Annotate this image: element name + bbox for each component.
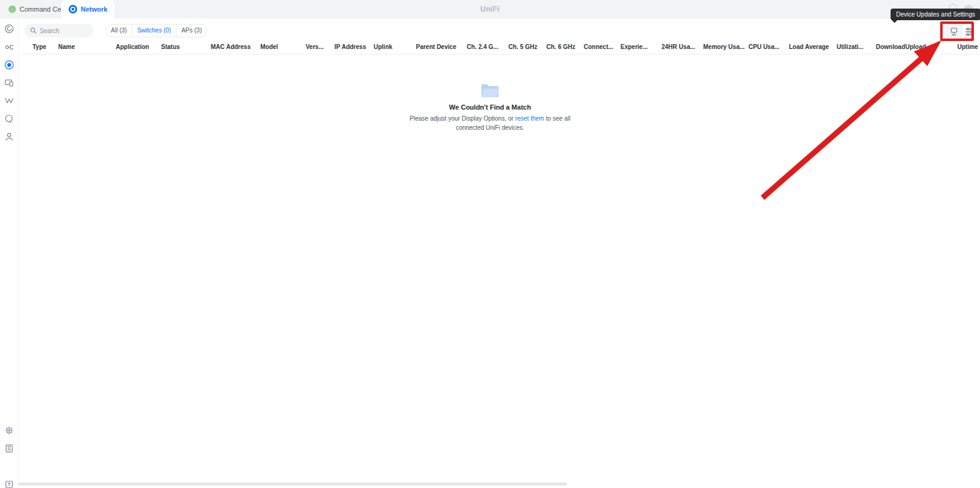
reset-them-link[interactable]: reset them xyxy=(515,115,544,122)
network-tab-label: Network xyxy=(81,6,107,13)
empty-state-title: We Couldn't Find a Match xyxy=(0,103,980,111)
command-center-icon xyxy=(9,6,16,13)
device-updates-settings-button[interactable] xyxy=(944,23,963,40)
filter-tab-aps-3[interactable]: APs (3) xyxy=(176,24,206,37)
filter-tab-all-3[interactable]: All (3) xyxy=(106,24,132,37)
topbar: Command Center Network UniFi xyxy=(0,0,980,18)
column-header-type[interactable]: Type xyxy=(32,43,47,50)
column-header-ch-2-4-g[interactable]: Ch. 2.4 G... xyxy=(467,43,499,50)
sidebar-item-dashboard[interactable] xyxy=(4,24,14,34)
column-header-uptime[interactable]: Uptime xyxy=(957,43,978,50)
annotation-arrow xyxy=(0,0,980,488)
sidebar-item-unifi-devices[interactable] xyxy=(4,60,14,70)
sidebar-item-topology[interactable] xyxy=(4,42,14,52)
column-header-ch-6-ghz[interactable]: Ch. 6 GHz xyxy=(546,43,575,50)
sidebar-item-insights[interactable] xyxy=(4,96,14,105)
column-header-load-average[interactable]: Load Average xyxy=(789,43,829,50)
filter-tabs: All (3)Switches (0)APs (3) xyxy=(105,24,207,37)
column-header-memory-usa[interactable]: Memory Usa... xyxy=(703,43,745,50)
column-header-download[interactable]: Download xyxy=(876,43,905,50)
search-icon xyxy=(30,27,37,34)
column-header-model[interactable]: Model xyxy=(260,43,278,50)
column-header-parent-device[interactable]: Parent Device xyxy=(416,43,456,50)
sidebar-item-toolbox[interactable] xyxy=(4,479,14,488)
horizontal-scrollbar[interactable] xyxy=(18,482,567,486)
column-header-utilizati[interactable]: Utilizati... xyxy=(837,43,864,50)
sidebar-item-admins[interactable] xyxy=(4,132,14,141)
column-header-cpu-usa[interactable]: CPU Usa... xyxy=(748,43,780,50)
column-header-ch-5-ghz[interactable]: Ch. 5 GHz xyxy=(508,43,537,50)
empty-folder-icon xyxy=(480,83,500,98)
column-header-name[interactable]: Name xyxy=(58,43,75,50)
column-header-status[interactable]: Status xyxy=(161,43,180,50)
sidebar-item-clients[interactable] xyxy=(4,78,14,88)
empty-text-after: to see all xyxy=(544,115,570,122)
sidebar xyxy=(0,18,18,488)
column-header-connect[interactable]: Connect... xyxy=(584,43,613,50)
network-app-icon xyxy=(69,5,77,13)
device-updates-icon xyxy=(949,27,959,36)
page-title: UniFi xyxy=(0,0,980,18)
column-header-24hr-usa[interactable]: 24HR Usa... xyxy=(662,43,695,50)
sidebar-item-settings[interactable] xyxy=(4,426,14,435)
empty-state: We Couldn't Find a Match Please adjust y… xyxy=(0,83,980,132)
column-header-application[interactable]: Application xyxy=(116,43,149,50)
network-tab[interactable]: Network xyxy=(61,0,115,18)
column-header-experie[interactable]: Experie... xyxy=(620,43,647,50)
unifi-app-window: Command Center Network UniFi xyxy=(0,0,980,488)
search-input[interactable] xyxy=(40,28,88,34)
filter-tab-switches-0[interactable]: Switches (0) xyxy=(132,24,176,37)
sidebar-item-hotspot[interactable] xyxy=(4,114,14,124)
column-header-upload[interactable]: Upload xyxy=(905,43,926,50)
column-header-mac-address[interactable]: MAC Address xyxy=(211,43,251,50)
empty-state-text: Please adjust your Display Options, or r… xyxy=(0,114,980,132)
column-header-vers[interactable]: Vers... xyxy=(306,43,323,50)
display-options-button[interactable] xyxy=(965,27,974,37)
sidebar-item-logs[interactable] xyxy=(4,443,14,453)
display-options-icon xyxy=(965,27,974,37)
tooltip: Device Updates and Settings xyxy=(891,9,980,20)
search-box xyxy=(24,24,93,37)
table-header-row: TypeNameApplicationStatusMAC AddressMode… xyxy=(18,42,980,54)
empty-text-before: Please adjust your Display Options, or xyxy=(410,115,515,122)
column-header-ip-address[interactable]: IP Address xyxy=(334,43,366,50)
column-header-uplink[interactable]: Uplink xyxy=(374,43,393,50)
empty-text-line2: connected UniFi devices. xyxy=(456,124,524,131)
